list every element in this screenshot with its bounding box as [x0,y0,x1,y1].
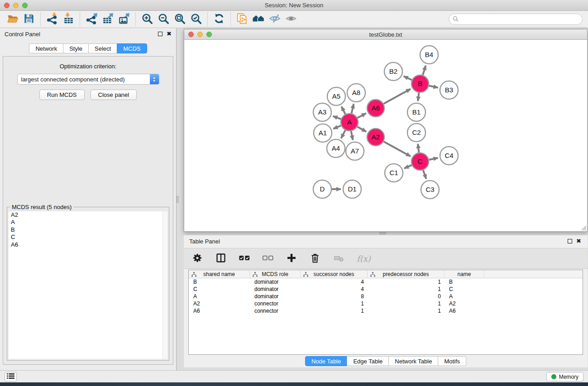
tab-mcds[interactable]: MCDS [117,43,147,53]
memory-button[interactable]: Memory [546,372,583,381]
split-columns-button[interactable] [215,253,226,265]
import-network-button[interactable] [44,12,60,27]
graph-node-B3[interactable]: B3 [440,81,458,99]
graph-edge-A-A6[interactable] [358,113,366,118]
horizontal-splitter-handle[interactable] [379,232,386,234]
float-table-panel-icon[interactable] [568,239,572,243]
graph-edge-C-C3[interactable] [423,170,426,179]
graph-edge-A-A2[interactable] [357,127,366,132]
graph-edge-A-A8[interactable] [352,104,354,113]
tab-network[interactable]: Network [29,43,63,53]
graph-edge-A-A3[interactable] [333,116,341,119]
mcds-result-item[interactable]: C [9,234,167,241]
zoom-fit-button[interactable] [172,12,188,27]
export-table-button[interactable] [100,12,116,27]
tab-edge-table[interactable]: Edge Table [347,356,389,366]
minimize-window-button[interactable] [13,3,19,8]
result-scrollbar[interactable] [163,211,167,359]
graph-edge-B-B4[interactable] [423,66,426,75]
graph-node-A2[interactable]: A2 [367,129,384,146]
table-settings-button[interactable] [192,253,203,265]
close-panel-icon[interactable]: ✖ [167,32,172,36]
tab-network-table[interactable]: Network Table [388,356,438,366]
delete-column-button[interactable] [310,253,320,265]
graph-node-D1[interactable]: D1 [343,180,361,198]
show-panels-button[interactable] [5,372,17,381]
mcds-result-item[interactable]: A [9,219,167,226]
column-header-name[interactable]: name [445,270,484,278]
table-row[interactable]: A2connector11A2 [189,300,583,307]
graph-node-B1[interactable]: B1 [407,103,425,121]
graph-edge-C-C4[interactable] [429,158,438,160]
add-column-button[interactable] [286,253,297,265]
graph-edge-C-C1[interactable] [404,165,412,168]
graph-node-A3[interactable]: A3 [313,103,331,121]
refresh-button[interactable] [211,12,227,27]
graph-node-A1[interactable]: A1 [314,124,332,142]
vertical-splitter-handle[interactable] [177,196,179,203]
table-row[interactable]: A6connector11A6 [189,307,583,315]
criterion-select[interactable]: largest connected component (directed) ▲… [17,74,159,85]
import-table-button[interactable] [60,12,76,27]
graph-edge-B-B3[interactable] [429,86,438,87]
zoom-window-button[interactable] [22,3,28,8]
float-panel-icon[interactable] [158,32,163,36]
close-panel-button[interactable]: Close panel [91,90,137,100]
mcds-result-item[interactable]: A6 [9,241,167,248]
graph-node-B4[interactable]: B4 [420,46,438,64]
zoom-out-button[interactable] [155,12,172,27]
table-row[interactable]: Adominator80A [189,293,583,300]
graph-node-B[interactable]: B [411,75,429,92]
column-header-shared-name[interactable]: shared name [189,270,250,278]
graph-node-A5[interactable]: A5 [327,87,345,105]
search-input[interactable] [459,16,582,23]
graph-edge-C-C2[interactable] [418,144,419,152]
delete-table-button[interactable] [333,253,344,265]
network-canvas[interactable]: B4B2BB3A8A5A6A3B1AA1C2A2A4A7C4CC1C3DD1 [184,40,587,231]
graph-node-A7[interactable]: A7 [346,142,364,160]
table-row[interactable]: Cdominator41C [189,286,583,293]
save-session-button[interactable] [21,12,37,27]
graph-node-C4[interactable]: C4 [440,147,458,165]
zoom-selected-button[interactable] [188,12,204,27]
graph-edge-A6-B[interactable] [384,89,411,104]
zoom-in-button[interactable] [139,12,155,27]
resize-grip-icon[interactable] [580,224,586,230]
run-mcds-button[interactable]: Run MCDS [39,90,85,100]
select-all-button[interactable] [239,253,250,265]
export-image-button[interactable] [116,12,132,27]
function-builder-button[interactable]: f(x) [357,254,371,263]
column-header-MCDS-role[interactable]: MCDS role [250,270,301,278]
graph-edge-A2-C[interactable] [384,142,411,157]
graph-edge-A-A1[interactable] [333,126,341,129]
open-session-button[interactable] [5,12,21,27]
column-header-predecessor-nodes[interactable]: predecessor nodes [368,270,445,278]
tab-node-table[interactable]: Node Table [305,356,348,366]
table-row[interactable]: Bdominator41B [189,278,583,286]
tab-style[interactable]: Style [63,43,89,53]
close-table-panel-icon[interactable]: ✖ [576,239,581,243]
graph-edge-A-A5[interactable] [341,106,345,114]
network-from-file-button[interactable] [234,12,250,27]
graph-node-C3[interactable]: C3 [421,181,439,199]
deselect-all-button[interactable] [263,253,273,265]
graph-node-A4[interactable]: A4 [327,139,345,157]
close-network-button[interactable] [188,32,194,37]
graph-node-A8[interactable]: A8 [347,84,365,102]
close-window-button[interactable] [4,3,10,8]
graph-edge-B-B2[interactable] [404,76,412,80]
graph-node-A6[interactable]: A6 [367,100,384,117]
graph-node-B2[interactable]: B2 [384,62,402,81]
graph-node-C2[interactable]: C2 [407,124,425,142]
graph-node-D[interactable]: D [313,180,331,198]
graph-edge-B-B1[interactable] [418,93,419,101]
hide-selected-button[interactable] [267,12,283,27]
graph-node-A[interactable]: A [341,114,358,131]
minimize-network-button[interactable] [197,32,203,37]
graph-node-C1[interactable]: C1 [385,164,403,182]
mcds-result-item[interactable]: A2 [9,211,167,219]
tab-select[interactable]: Select [88,43,117,53]
graph-node-C[interactable]: C [411,153,429,170]
zoom-network-button[interactable] [206,32,212,37]
column-header-successor-nodes[interactable]: successor nodes [301,270,368,278]
